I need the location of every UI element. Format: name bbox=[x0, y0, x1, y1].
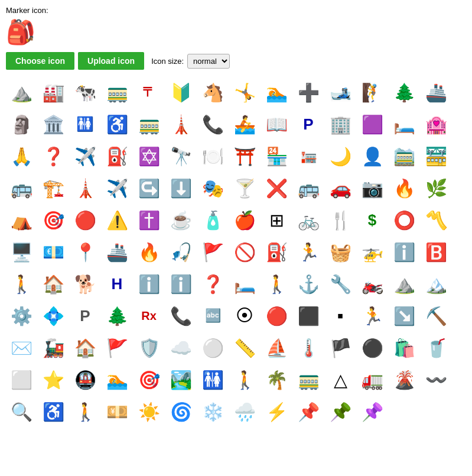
icon-cell[interactable]: 🏃 bbox=[357, 300, 388, 331]
icon-cell[interactable]: 🏪 bbox=[261, 141, 292, 171]
icon-cell[interactable]: 🏣 bbox=[293, 141, 324, 171]
icon-cell[interactable]: ⚪ bbox=[197, 332, 228, 363]
icon-cell[interactable]: 🚩 bbox=[197, 237, 228, 267]
icon-cell[interactable]: 🚢 bbox=[421, 77, 451, 108]
icon-cell[interactable]: 📞 bbox=[197, 109, 228, 140]
icon-cell[interactable]: 📏 bbox=[229, 332, 260, 363]
icon-cell[interactable]: 🐴 bbox=[197, 77, 228, 108]
icon-cell[interactable]: ✡️ bbox=[134, 141, 164, 171]
icon-cell[interactable]: 🚞 bbox=[389, 141, 419, 171]
icon-cell[interactable]: 🧺 bbox=[325, 237, 356, 267]
icon-cell[interactable]: 🏴 bbox=[325, 332, 356, 363]
icon-cell[interactable]: 🍎 bbox=[229, 205, 260, 235]
icon-cell[interactable]: 🙏 bbox=[6, 141, 37, 171]
icon-cell[interactable]: 🚌 bbox=[6, 173, 37, 203]
icon-cell[interactable]: ☁️ bbox=[165, 332, 196, 363]
icon-cell[interactable]: 🔥 bbox=[389, 173, 419, 203]
icon-cell[interactable]: ⦿ bbox=[229, 300, 260, 331]
icon-cell[interactable]: 🚢 bbox=[102, 237, 132, 267]
icon-cell[interactable]: 〒 bbox=[134, 77, 164, 108]
icon-cell[interactable]: 🏊 bbox=[102, 364, 132, 395]
icon-cell[interactable]: Rx bbox=[134, 300, 164, 331]
icon-cell[interactable]: ⛽ bbox=[102, 141, 132, 171]
icon-cell[interactable]: 📌 bbox=[357, 396, 388, 427]
icon-cell[interactable]: 🚁 bbox=[357, 237, 388, 267]
icon-cell[interactable]: 🗼 bbox=[165, 109, 196, 140]
icon-cell[interactable]: ▪️ bbox=[325, 300, 356, 331]
icon-cell[interactable]: 🌿 bbox=[421, 173, 451, 203]
icon-cell[interactable]: ↘️ bbox=[389, 300, 419, 331]
icon-cell[interactable]: 🔥 bbox=[134, 237, 164, 267]
icon-cell[interactable]: 🟪 bbox=[357, 109, 388, 140]
icon-cell[interactable]: ℹ️ bbox=[389, 237, 419, 267]
icon-cell[interactable]: 🔧 bbox=[325, 268, 356, 299]
icon-cell[interactable]: ✈️ bbox=[70, 141, 100, 171]
icon-cell[interactable]: 🏩 bbox=[421, 109, 451, 140]
icon-cell[interactable]: 🍸 bbox=[229, 173, 260, 203]
icon-cell[interactable]: 🔴 bbox=[70, 205, 100, 235]
icon-cell[interactable]: $ bbox=[357, 205, 388, 235]
icon-cell[interactable]: ⛽ bbox=[261, 237, 292, 267]
icon-cell[interactable]: 🌲 bbox=[102, 300, 132, 331]
icon-cell[interactable]: ☀️ bbox=[134, 396, 164, 427]
icon-cell[interactable]: 📖 bbox=[261, 109, 292, 140]
icon-cell[interactable]: 🌡️ bbox=[293, 332, 324, 363]
icon-cell[interactable]: 🖥️ bbox=[6, 237, 37, 267]
icon-cell[interactable]: 🍽️ bbox=[197, 141, 228, 171]
icon-cell[interactable]: 🚃 bbox=[293, 364, 324, 395]
icon-cell[interactable]: ⛩️ bbox=[229, 141, 260, 171]
icon-cell[interactable]: H bbox=[102, 268, 132, 299]
icon-cell[interactable]: ⚙️ bbox=[6, 300, 37, 331]
icon-cell[interactable]: 🥤 bbox=[421, 332, 451, 363]
icon-cell[interactable]: 🚟 bbox=[421, 141, 451, 171]
icon-cell[interactable]: 🔰 bbox=[165, 77, 196, 108]
icon-cell[interactable]: 🌙 bbox=[325, 141, 356, 171]
icon-cell[interactable]: 🌴 bbox=[261, 364, 292, 395]
icon-cell[interactable]: 🚛 bbox=[357, 364, 388, 395]
icon-cell[interactable]: ❌ bbox=[261, 173, 292, 203]
icon-cell[interactable]: ⬇️ bbox=[165, 173, 196, 203]
icon-cell[interactable]: 🚃 bbox=[134, 109, 164, 140]
icon-cell[interactable]: 🏭 bbox=[38, 77, 69, 108]
icon-cell[interactable]: 🗿 bbox=[6, 109, 37, 140]
icon-cell[interactable]: 🏃 bbox=[293, 237, 324, 267]
icon-cell[interactable]: P bbox=[70, 300, 100, 331]
icon-cell[interactable]: 🚇 bbox=[70, 364, 100, 395]
icon-cell[interactable]: ⬛ bbox=[293, 300, 324, 331]
icon-cell[interactable]: 🌋 bbox=[389, 364, 419, 395]
icon-cell[interactable]: ✈️ bbox=[102, 173, 132, 203]
icon-cell[interactable]: 🧴 bbox=[197, 205, 228, 235]
icon-cell[interactable]: 🚩 bbox=[102, 332, 132, 363]
icon-cell[interactable]: 🏞️ bbox=[165, 364, 196, 395]
icon-cell[interactable]: 🔭 bbox=[165, 141, 196, 171]
icon-cell[interactable]: P bbox=[293, 109, 324, 140]
icon-cell[interactable]: ↪️ bbox=[134, 173, 164, 203]
icon-cell[interactable]: 🎯 bbox=[134, 364, 164, 395]
icon-cell[interactable]: ⚓ bbox=[293, 268, 324, 299]
icon-cell[interactable]: 📞 bbox=[165, 300, 196, 331]
icon-cell[interactable]: 🚲 bbox=[293, 205, 324, 235]
icon-cell[interactable]: 🌀 bbox=[165, 396, 196, 427]
icon-cell[interactable]: 🛡️ bbox=[134, 332, 164, 363]
icon-cell[interactable]: 📌 bbox=[325, 396, 356, 427]
icon-cell[interactable]: 🎭 bbox=[197, 173, 228, 203]
icon-cell[interactable]: 💶 bbox=[38, 237, 69, 267]
icon-cell[interactable]: ⬜ bbox=[6, 364, 37, 395]
upload-icon-button[interactable]: Upload icon bbox=[78, 52, 144, 70]
icon-cell[interactable]: 🚶 bbox=[6, 268, 37, 299]
icon-cell[interactable]: 🔤 bbox=[197, 300, 228, 331]
icon-cell[interactable]: ❄️ bbox=[197, 396, 228, 427]
icon-cell[interactable]: 🚶 bbox=[261, 268, 292, 299]
icon-cell[interactable]: 🚻 bbox=[197, 364, 228, 395]
icon-cell[interactable]: 🏛️ bbox=[38, 109, 69, 140]
icon-cell[interactable]: ✝️ bbox=[134, 205, 164, 235]
icon-cell[interactable]: 🎯 bbox=[38, 205, 69, 235]
icon-cell[interactable]: ⭕ bbox=[389, 205, 419, 235]
icon-cell[interactable]: ⚫ bbox=[357, 332, 388, 363]
icon-cell[interactable]: ➕ bbox=[293, 77, 324, 108]
icon-cell[interactable]: 🛏️ bbox=[229, 268, 260, 299]
icon-cell[interactable]: ❓ bbox=[197, 268, 228, 299]
icon-cell[interactable]: 🚌 bbox=[293, 173, 324, 203]
icon-cell[interactable]: 💴 bbox=[102, 396, 132, 427]
icon-cell[interactable]: ℹ️ bbox=[165, 268, 196, 299]
